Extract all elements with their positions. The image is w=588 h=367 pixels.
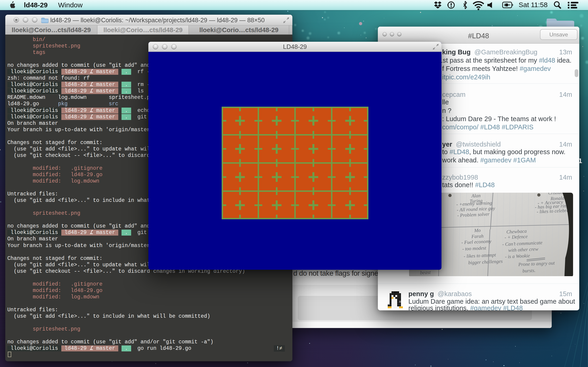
svg-text:Farah: Farah	[471, 233, 484, 239]
svg-text:- too modest: - too modest	[462, 245, 486, 252]
svg-text:Mo: Mo	[474, 227, 481, 233]
svg-text:Sat 11:58: Sat 11:58	[519, 1, 548, 8]
svg-text:bursts.: bursts.	[522, 268, 536, 274]
svg-text:- + Defence: - + Defence	[504, 234, 527, 240]
svg-text:beast: beast	[420, 269, 431, 275]
svg-text:- is a Wookie: - is a Wookie	[505, 253, 530, 259]
